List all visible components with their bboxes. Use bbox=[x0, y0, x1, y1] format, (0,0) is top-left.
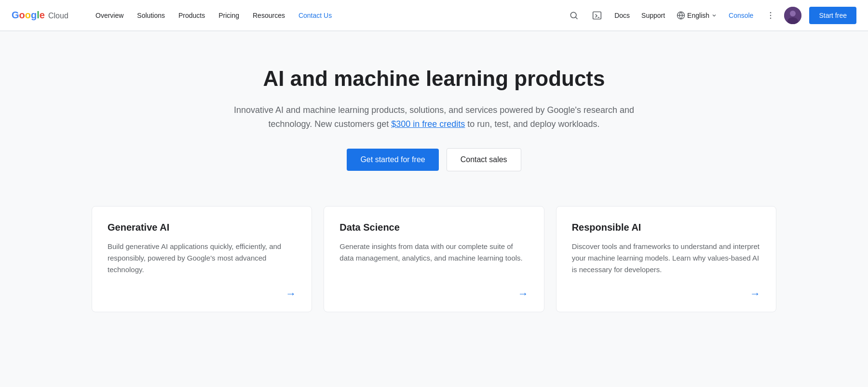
hero-subtitle: Innovative AI and machine learning produ… bbox=[229, 103, 639, 131]
svg-point-10 bbox=[770, 17, 772, 19]
svg-text:Google: Google bbox=[12, 10, 45, 20]
svg-point-2 bbox=[570, 12, 576, 18]
nav-item-resources[interactable]: Resources bbox=[247, 8, 291, 23]
card-title-data-science: Data Science bbox=[339, 222, 528, 233]
navbar-right: Docs Support English Console bbox=[564, 6, 856, 25]
contact-sales-button[interactable]: Contact sales bbox=[447, 148, 521, 171]
svg-point-8 bbox=[770, 12, 772, 13]
search-button[interactable] bbox=[564, 6, 583, 25]
search-icon bbox=[569, 11, 579, 20]
avatar[interactable] bbox=[784, 7, 801, 24]
svg-text:Cloud: Cloud bbox=[48, 12, 68, 20]
avatar-svg bbox=[784, 7, 801, 24]
more-options-button[interactable] bbox=[761, 6, 780, 25]
hero-subtitle-after: to run, test, and deploy workloads. bbox=[465, 119, 599, 129]
avatar-image bbox=[784, 7, 801, 24]
svg-line-3 bbox=[576, 17, 578, 19]
hero-buttons: Get started for free Contact sales bbox=[229, 148, 639, 171]
hero-section: AI and machine learning products Innovat… bbox=[217, 31, 651, 194]
card-description-generative-ai: Build generative AI applications quickly… bbox=[108, 241, 296, 276]
language-button[interactable]: English bbox=[673, 7, 721, 24]
chevron-down-icon bbox=[711, 13, 717, 18]
card-title-responsible-ai: Responsible AI bbox=[572, 222, 760, 233]
nav-links: Overview Solutions Products Pricing Reso… bbox=[90, 8, 564, 23]
card-data-science[interactable]: Data Science Generate insights from data… bbox=[324, 206, 544, 312]
card-arrow-data-science: → bbox=[339, 288, 528, 300]
get-started-button[interactable]: Get started for free bbox=[347, 149, 438, 171]
main-content: AI and machine learning products Innovat… bbox=[0, 31, 868, 387]
credits-link[interactable]: $300 in free credits bbox=[391, 119, 465, 129]
nav-item-overview[interactable]: Overview bbox=[90, 8, 129, 23]
card-arrow-responsible-ai: → bbox=[572, 288, 760, 300]
terminal-button[interactable] bbox=[587, 6, 607, 25]
card-description-data-science: Generate insights from data with our com… bbox=[339, 241, 528, 276]
nav-item-pricing[interactable]: Pricing bbox=[213, 8, 245, 23]
start-free-button[interactable]: Start free bbox=[809, 7, 856, 24]
globe-icon bbox=[677, 11, 685, 20]
google-cloud-logo-svg: Google Cloud bbox=[12, 7, 74, 24]
card-responsible-ai[interactable]: Responsible AI Discover tools and framew… bbox=[556, 206, 776, 312]
terminal-icon bbox=[592, 11, 602, 20]
language-label: English bbox=[687, 12, 709, 19]
console-link[interactable]: Console bbox=[725, 8, 757, 23]
nav-item-products[interactable]: Products bbox=[173, 8, 211, 23]
card-arrow-generative-ai: → bbox=[108, 288, 296, 300]
card-description-responsible-ai: Discover tools and frameworks to underst… bbox=[572, 241, 760, 276]
google-cloud-logo[interactable]: Google Cloud bbox=[12, 7, 74, 24]
cards-section: Generative AI Build generative AI applic… bbox=[72, 206, 796, 335]
navbar: Google Cloud .navbar-logo { gap: 0; } .g… bbox=[0, 0, 868, 31]
nav-item-solutions[interactable]: Solutions bbox=[131, 8, 171, 23]
more-vert-icon bbox=[766, 11, 775, 20]
support-link[interactable]: Support bbox=[637, 8, 669, 23]
card-title-generative-ai: Generative AI bbox=[108, 222, 296, 233]
docs-link[interactable]: Docs bbox=[610, 8, 634, 23]
svg-point-12 bbox=[790, 11, 796, 16]
nav-item-contact-us[interactable]: Contact Us bbox=[293, 8, 338, 23]
svg-point-9 bbox=[770, 14, 772, 16]
card-generative-ai[interactable]: Generative AI Build generative AI applic… bbox=[92, 206, 312, 312]
hero-title: AI and machine learning products bbox=[229, 66, 639, 92]
